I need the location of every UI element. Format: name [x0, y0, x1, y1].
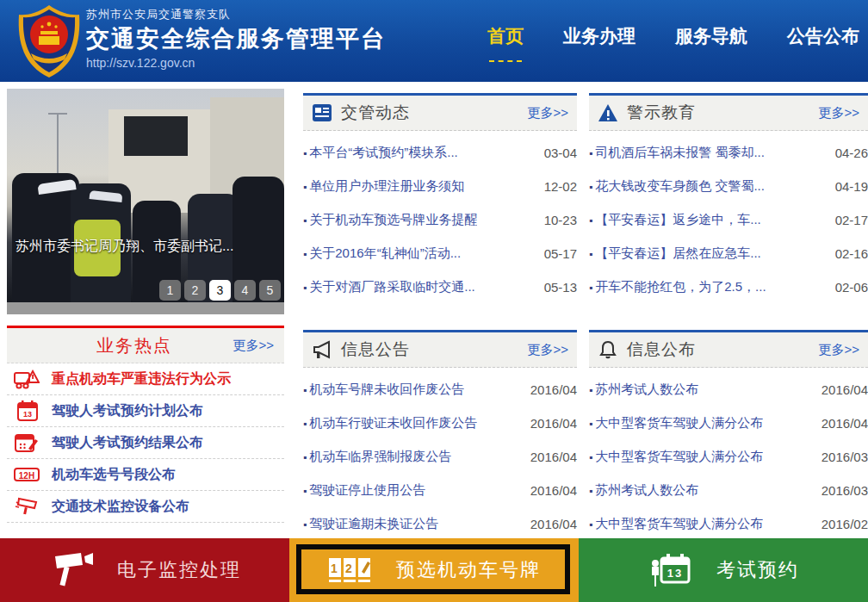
- list-item: 花大钱改变车身颜色 交警蜀...04-19: [589, 170, 868, 203]
- quick-action-banners: 电子监控处理 1 2 预选机动车号牌 13: [0, 538, 868, 602]
- warning-triangle-icon: [598, 103, 618, 122]
- list-item: 开车不能抢红包，为了2.5，...02-06: [589, 270, 868, 304]
- hotspot-item[interactable]: 12H 机动车选号号段公布: [7, 459, 284, 491]
- news-date: 2016/04: [525, 517, 577, 531]
- news-date: 04-19: [830, 179, 868, 194]
- info-publish-header: 信息公布 更多>>: [589, 330, 868, 368]
- news-link[interactable]: 单位用户办理注册业务须知: [303, 178, 464, 195]
- news-link[interactable]: 司机酒后车祸未报警 蜀黍却...: [589, 145, 765, 161]
- news-link[interactable]: 苏州考试人数公布: [589, 382, 698, 398]
- list-item: 大中型客货车驾驶人满分公布2016/03: [589, 440, 868, 474]
- hotspot-link[interactable]: 重点机动车严重违法行为公示: [52, 370, 231, 388]
- section-info-publish: 信息公布 更多>> 苏州考试人数公布2016/04 大中型客货车驾驶人满分公布2…: [589, 330, 868, 541]
- news-link[interactable]: 关于机动车预选号牌业务提醒: [303, 212, 477, 228]
- vehicle-violation-icon: [14, 368, 40, 390]
- section-title: 信息公布: [627, 338, 696, 361]
- carousel-caption[interactable]: 苏州市委书记周乃翔、市委副书记...: [7, 238, 284, 256]
- news-link[interactable]: 关于对酒厂路采取临时交通...: [303, 279, 475, 295]
- hotspot-item[interactable]: 驾驶人考试预约结果公布: [7, 427, 284, 459]
- list-item: 大中型客货车驾驶人满分公布2016/04: [589, 407, 868, 440]
- hotspot-link[interactable]: 交通技术监控设备公布: [52, 498, 189, 516]
- hotspot-link[interactable]: 驾驶人考试预约结果公布: [52, 434, 203, 452]
- info-publish-more-link[interactable]: 更多>>: [818, 342, 859, 358]
- news-date: 2016/04: [525, 450, 577, 464]
- list-item: 单位用户办理注册业务须知12-02: [303, 170, 577, 203]
- agency-name: 苏州市公安局交通警察支队: [86, 7, 386, 22]
- nav-announcements[interactable]: 公告公布: [787, 24, 859, 48]
- news-link[interactable]: 关于2016年“轧神仙”活动...: [303, 245, 461, 262]
- carousel-pager: 1 2 3 4 5: [159, 280, 281, 301]
- news-link[interactable]: 苏州考试人数公布: [589, 482, 698, 499]
- svg-text:13: 13: [23, 410, 32, 419]
- news-link[interactable]: 花大钱改变车身颜色 交警蜀...: [589, 178, 765, 195]
- warning-education-list: 司机酒后车祸未报警 蜀黍却...04-26 花大钱改变车身颜色 交警蜀...04…: [589, 131, 868, 304]
- traffic-camera-icon: [14, 495, 40, 518]
- nav-service-guide[interactable]: 服务导航: [675, 24, 747, 48]
- info-notice-more-link[interactable]: 更多>>: [527, 342, 568, 358]
- banner-exam-booking[interactable]: 13 考试预约: [579, 538, 868, 602]
- traffic-news-more-link[interactable]: 更多>>: [527, 105, 568, 121]
- list-item: 机动车行驶证未收回作废公告2016/04: [303, 407, 577, 440]
- business-hotspots-list: 重点机动车严重违法行为公示 13 驾驶人考试预约计划公布: [7, 363, 284, 523]
- business-hotspots-more-link[interactable]: 更多>>: [232, 338, 274, 354]
- carousel-page-5[interactable]: 5: [259, 280, 281, 301]
- list-item: 【平安春运】返乡途中，车...02-17: [589, 203, 868, 237]
- news-link[interactable]: 大中型客货车驾驶人满分公布: [589, 415, 763, 431]
- news-link[interactable]: 大中型客货车驾驶人满分公布: [589, 449, 763, 465]
- news-carousel[interactable]: 苏州市委书记周乃翔、市委副书记... 1 2 3 4 5: [7, 89, 284, 314]
- news-date: 2016/04: [816, 416, 868, 431]
- section-business-hotspots: 业务热点 更多>> 重点机动车严重违法行为公示: [7, 326, 284, 523]
- site-header: 苏州市公安局交通警察支队 交通安全综合服务管理平台 http://szv.122…: [0, 0, 868, 82]
- info-notice-list: 机动车号牌未收回作废公告2016/04 机动车行驶证未收回作废公告2016/04…: [303, 368, 577, 541]
- list-item: 驾驶证逾期未换证公告2016/04: [303, 507, 577, 541]
- svg-text:1: 1: [331, 562, 339, 575]
- news-date: 2016/04: [525, 483, 577, 498]
- news-date: 05-17: [539, 246, 577, 261]
- newspaper-icon: [312, 103, 332, 122]
- news-date: 03-04: [539, 146, 577, 160]
- hotspot-item[interactable]: 重点机动车严重违法行为公示: [7, 363, 284, 395]
- list-item: 机动车临界强制报废公告2016/04: [303, 440, 577, 474]
- hotspot-link[interactable]: 驾驶人考试预约计划公布: [52, 402, 203, 420]
- carousel-page-3[interactable]: 3: [209, 280, 231, 301]
- list-item: 关于2016年“轧神仙”活动...05-17: [303, 237, 577, 270]
- exam-calendar-icon: 13: [648, 551, 696, 589]
- section-title: 业务热点: [96, 334, 172, 357]
- news-date: 2016/04: [525, 416, 577, 431]
- section-title: 信息公告: [341, 338, 410, 361]
- warning-education-more-link[interactable]: 更多>>: [818, 105, 859, 121]
- news-date: 02-17: [830, 213, 868, 227]
- plate-numbers-icon: 1 2: [327, 551, 375, 589]
- main-nav: 首页 业务办理 服务导航 公告公布: [487, 24, 859, 48]
- exam-plan-calendar-icon: 13: [14, 400, 40, 422]
- carousel-page-1[interactable]: 1: [159, 280, 181, 301]
- banner-preselect-plate[interactable]: 1 2 预选机动车号牌: [289, 538, 579, 602]
- news-date: 02-16: [830, 246, 868, 261]
- nav-home[interactable]: 首页: [487, 24, 524, 48]
- news-link[interactable]: 驾驶证逾期未换证公告: [303, 516, 438, 532]
- site-url: http://szv.122.gov.cn: [86, 56, 386, 70]
- hotspot-link[interactable]: 机动车选号号段公布: [52, 466, 176, 484]
- news-link[interactable]: 驾驶证停止使用公告: [303, 482, 425, 499]
- news-link[interactable]: 大中型客货车驾驶人满分公布: [589, 516, 763, 532]
- banner-surveillance-processing[interactable]: 电子监控处理: [0, 538, 289, 602]
- carousel-page-2[interactable]: 2: [184, 280, 206, 301]
- surveillance-camera-icon: [48, 551, 96, 589]
- carousel-page-4[interactable]: 4: [234, 280, 256, 301]
- news-link[interactable]: 【平安春运】居然在应急车...: [589, 245, 761, 262]
- news-link[interactable]: 本平台“考试预约”模块系...: [303, 145, 458, 161]
- news-link[interactable]: 开车不能抢红包，为了2.5，...: [589, 279, 766, 295]
- news-link[interactable]: 机动车行驶证未收回作废公告: [303, 415, 477, 431]
- section-warning-education: 警示教育 更多>> 司机酒后车祸未报警 蜀黍却...04-26 花大钱改变车身颜…: [589, 93, 868, 304]
- news-date: 05-13: [539, 280, 577, 295]
- svg-text:13: 13: [667, 567, 683, 580]
- news-date: 2016/04: [816, 382, 868, 397]
- info-publish-list: 苏州考试人数公布2016/04 大中型客货车驾驶人满分公布2016/04 大中型…: [589, 368, 868, 541]
- news-link[interactable]: 机动车临界强制报废公告: [303, 449, 451, 465]
- nav-business[interactable]: 业务办理: [563, 24, 636, 48]
- news-link[interactable]: 机动车号牌未收回作废公告: [303, 382, 464, 398]
- news-link[interactable]: 【平安春运】返乡途中，车...: [589, 212, 761, 228]
- hotspot-item[interactable]: 交通技术监控设备公布: [7, 491, 284, 523]
- hotspot-item[interactable]: 13 驾驶人考试预约计划公布: [7, 395, 284, 427]
- megaphone-icon: [312, 340, 332, 359]
